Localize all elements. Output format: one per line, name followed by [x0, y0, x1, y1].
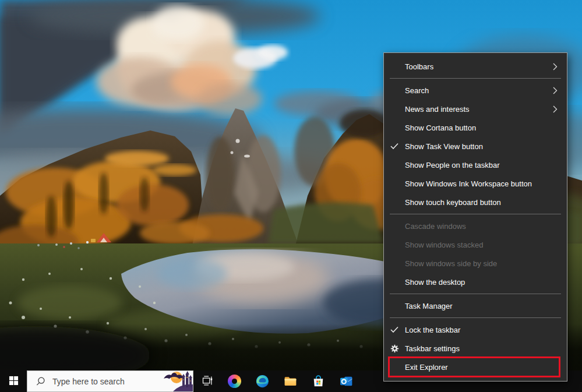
menu-item-label: Task Manager [405, 302, 567, 310]
menu-item-label: Show Windows Ink Workspace button [405, 179, 567, 188]
menu-item-cascade-windows: Cascade windows [384, 217, 567, 235]
menu-separator [390, 78, 561, 79]
menu-item-label: Show Cortana button [405, 123, 567, 132]
menu-item-label: Show windows stacked [405, 241, 567, 249]
outlook-icon [339, 374, 354, 389]
menu-item-label: Search [405, 86, 553, 95]
checkmark-icon [384, 326, 405, 333]
menu-item-toolbars[interactable]: Toolbars [384, 57, 567, 76]
menu-item-label: Show windows side by side [405, 259, 567, 268]
menu-item-show-cortana-button[interactable]: Show Cortana button [384, 118, 567, 137]
menu-separator [390, 214, 561, 214]
menu-item-label: Exit Explorer [405, 363, 567, 372]
taskbar-app-copilot[interactable] [220, 370, 248, 392]
search-input[interactable] [51, 376, 139, 387]
windows-logo-icon [9, 376, 19, 387]
taskbar-app-file-explorer[interactable] [276, 370, 304, 392]
menu-item-label: Show Task View button [405, 142, 567, 151]
task-view-icon [201, 375, 213, 389]
menu-item-label: Cascade windows [405, 222, 567, 231]
menu-item-show-people-on-the-taskbar[interactable]: Show People on the taskbar [384, 156, 567, 174]
taskbar-search-box[interactable] [27, 370, 193, 392]
menu-item-exit-explorer[interactable]: Exit Explorer [384, 358, 567, 376]
taskbar-context-menu: ToolbarsSearchNews and interestsShow Cor… [383, 52, 567, 382]
menu-item-show-touch-keyboard-button[interactable]: Show touch keyboard button [384, 193, 567, 211]
copilot-icon [228, 375, 241, 388]
menu-item-label: Show the desktop [405, 278, 567, 287]
menu-item-label: Show touch keyboard button [405, 198, 567, 207]
menu-item-label: Taskbar settings [405, 344, 567, 353]
taskbar-app-edge[interactable] [248, 370, 276, 392]
menu-separator [390, 317, 561, 318]
menu-item-show-windows-side-by-side: Show windows side by side [384, 254, 567, 273]
submenu-arrow-icon [553, 63, 558, 70]
start-button[interactable] [0, 370, 27, 392]
desktop: ToolbarsSearchNews and interestsShow Cor… [0, 0, 582, 392]
submenu-arrow-icon [553, 87, 558, 94]
menu-item-label: Lock the taskbar [405, 326, 567, 334]
taskbar-app-store[interactable] [304, 370, 332, 392]
taskbar-app-outlook[interactable] [332, 370, 360, 392]
menu-item-label: Show People on the taskbar [405, 161, 567, 169]
menu-item-show-windows-stacked: Show windows stacked [384, 235, 567, 254]
search-icon [36, 376, 46, 387]
menu-item-label: News and interests [405, 105, 553, 114]
submenu-arrow-icon [553, 105, 558, 113]
menu-item-show-the-desktop[interactable]: Show the desktop [384, 273, 567, 291]
menu-item-label: Toolbars [405, 62, 553, 71]
menu-item-search[interactable]: Search [384, 81, 567, 100]
menu-item-lock-the-taskbar[interactable]: Lock the taskbar [384, 320, 567, 339]
task-view-button[interactable] [193, 370, 220, 392]
pinned-apps [220, 370, 360, 392]
menu-separator [390, 294, 561, 294]
menu-item-taskbar-settings[interactable]: Taskbar settings [384, 339, 567, 358]
gear-icon [384, 344, 405, 353]
menu-item-show-windows-ink-workspace-button[interactable]: Show Windows Ink Workspace button [384, 174, 567, 193]
menu-item-news-and-interests[interactable]: News and interests [384, 100, 567, 118]
edge-icon [255, 374, 270, 389]
menu-item-show-task-view-button[interactable]: Show Task View button [384, 137, 567, 156]
halloween-doodle-icon [151, 370, 193, 391]
microsoft-store-icon [311, 374, 326, 389]
menu-item-task-manager[interactable]: Task Manager [384, 296, 567, 315]
folder-icon [283, 374, 298, 389]
checkmark-icon [384, 143, 405, 150]
